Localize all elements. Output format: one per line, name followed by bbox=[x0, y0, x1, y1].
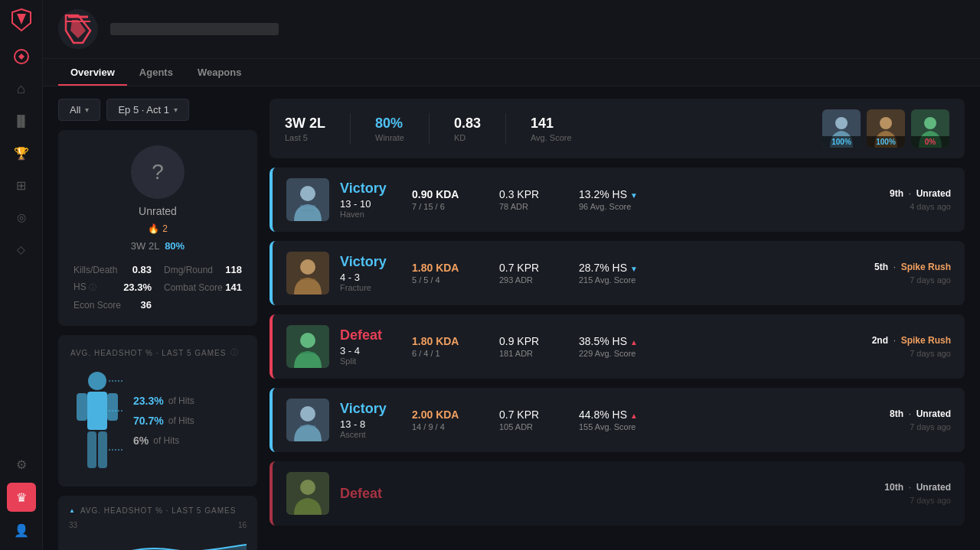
episode-filter[interactable]: Ep 5 · Act 1 ▾ bbox=[106, 99, 189, 121]
match-adr-3: 181 ADR bbox=[499, 349, 568, 358]
match-kda-value-2: 1.80 KDA bbox=[412, 262, 488, 274]
match-hs-3: 38.5% HS ▲ 229 Avg. Score bbox=[579, 335, 655, 358]
collection-icon[interactable]: ◇ bbox=[8, 236, 35, 263]
content-area: All ▾ Ep 5 · Act 1 ▾ ? Unrated 🔥 2 3W 2L bbox=[43, 86, 980, 550]
match-card-5[interactable]: Defeat 10th · Unrated 7 days ago bbox=[270, 461, 965, 526]
match-map-2: Fracture bbox=[340, 283, 401, 292]
combat-score-stat: Combat Score 141 bbox=[164, 282, 242, 293]
svg-rect-6 bbox=[77, 393, 87, 421]
match-kpr-value-1: 0.3 KPR bbox=[499, 188, 568, 200]
match-time-4: 7 days ago bbox=[859, 422, 951, 431]
summary-kd: 0.83 KD bbox=[454, 116, 481, 142]
svg-point-33 bbox=[300, 480, 315, 495]
match-card-1[interactable]: Victory 13 - 10 Haven 0.90 KDA 7 / 15 / … bbox=[270, 168, 965, 232]
agent-thumb-2: 100% bbox=[867, 109, 905, 148]
match-kda-value-4: 2.00 KDA bbox=[412, 408, 488, 421]
match-rank-1: 9th · Unrated bbox=[859, 188, 951, 199]
match-map-4: Ascent bbox=[340, 430, 401, 439]
summary-agents: 100% 100% bbox=[822, 109, 949, 148]
match-agent-3 bbox=[286, 325, 329, 368]
match-kpr-value-3: 0.9 KPR bbox=[499, 335, 568, 347]
rank-card: ? Unrated 🔥 2 3W 2L 80% Kills/Death 0.83 bbox=[58, 130, 257, 326]
match-result-5: Defeat bbox=[340, 486, 401, 502]
match-result-col-5: Defeat bbox=[340, 486, 401, 502]
match-card-3[interactable]: Defeat 3 - 4 Split 1.80 KDA 6 / 4 / 1 0.… bbox=[270, 314, 965, 379]
match-meta-5: 10th · Unrated 7 days ago bbox=[859, 482, 951, 505]
match-kda-3: 1.80 KDA 6 / 4 / 1 bbox=[412, 335, 488, 358]
match-kda-detail-2: 5 / 5 / 4 bbox=[412, 275, 488, 285]
match-kpr-3: 0.9 KPR 181 ADR bbox=[499, 335, 568, 358]
trend-title: ▲ AVG. HEADSHOT % · LAST 5 GAMES bbox=[69, 506, 247, 515]
match-map-3: Split bbox=[340, 356, 401, 366]
svg-rect-8 bbox=[87, 431, 96, 468]
headshot-card: AVG. HEADSHOT % · LAST 5 GAMES ⓘ bbox=[58, 335, 257, 487]
match-meta-2: 5th · Spike Rush 7 days ago bbox=[859, 262, 951, 285]
match-history-icon[interactable]: ⊞ bbox=[8, 171, 35, 199]
match-agent-1 bbox=[286, 178, 329, 221]
svg-rect-5 bbox=[87, 392, 107, 430]
match-hs-value-2: 28.7% HS ▼ bbox=[579, 262, 655, 274]
hs-arrow-down-2: ▼ bbox=[630, 265, 638, 273]
match-meta-1: 9th · Unrated 4 days ago bbox=[859, 188, 951, 211]
match-kda-detail-1: 7 / 15 / 6 bbox=[412, 202, 488, 211]
headshot-stats: 23.3% of Hits 70.7% of Hits 6% of Hits bbox=[133, 395, 194, 447]
agent-thumb-3: 0% bbox=[911, 109, 949, 148]
tab-agents[interactable]: Agents bbox=[127, 59, 185, 86]
trend-card: ▲ AVG. HEADSHOT % · LAST 5 GAMES 33 16 bbox=[58, 496, 257, 550]
head-hit-stat: 23.3% of Hits bbox=[133, 395, 194, 407]
match-kda-4: 2.00 KDA 14 / 9 / 4 bbox=[412, 408, 488, 431]
match-result-2: Victory bbox=[340, 254, 401, 270]
match-time-5: 7 days ago bbox=[859, 496, 951, 505]
svg-point-30 bbox=[300, 406, 315, 421]
body-figure bbox=[70, 367, 124, 474]
match-score-1: 13 - 10 bbox=[340, 198, 401, 210]
match-hs-2: 28.7% HS ▼ 215 Avg. Score bbox=[579, 262, 655, 285]
match-meta-3: 2nd · Spike Rush 7 days ago bbox=[859, 335, 951, 358]
match-result-col-1: Victory 13 - 10 Haven bbox=[340, 181, 401, 219]
tab-overview[interactable]: Overview bbox=[58, 59, 127, 86]
match-result-col-4: Victory 13 - 8 Ascent bbox=[340, 401, 401, 439]
match-avg-3: 229 Avg. Score bbox=[579, 349, 655, 358]
riot-logo-icon[interactable] bbox=[8, 43, 35, 70]
agent-pct-3: 0% bbox=[911, 136, 949, 148]
settings-icon[interactable]: ⚙ bbox=[8, 451, 35, 478]
home-icon[interactable]: ⌂ bbox=[8, 75, 35, 103]
rank-badge: 🔥 2 bbox=[148, 223, 168, 234]
match-adr-4: 105 ADR bbox=[499, 422, 568, 431]
match-adr-2: 293 ADR bbox=[499, 275, 568, 285]
svg-point-16 bbox=[880, 117, 892, 129]
valorant-logo-icon[interactable] bbox=[8, 6, 35, 34]
trophy-icon[interactable]: 🏆 bbox=[8, 139, 35, 167]
hs-stat: HS ⓘ 23.3% bbox=[74, 282, 152, 293]
premium-icon[interactable]: ♛ bbox=[7, 483, 36, 512]
map-icon[interactable]: ◎ bbox=[8, 203, 35, 231]
match-hs-value-4: 44.8% HS ▲ bbox=[579, 408, 655, 421]
match-hs-value-3: 38.5% HS ▲ bbox=[579, 335, 655, 347]
svg-point-27 bbox=[300, 333, 315, 348]
summary-record: 3W 2L Last 5 bbox=[285, 116, 325, 142]
tab-weapons[interactable]: Weapons bbox=[185, 59, 254, 86]
match-meta-4: 8th · Unrated 7 days ago bbox=[859, 408, 951, 431]
mode-filter[interactable]: All ▾ bbox=[58, 99, 100, 121]
match-rank-4: 8th · Unrated bbox=[859, 408, 951, 419]
profile-icon[interactable]: 👤 bbox=[8, 516, 35, 544]
match-time-3: 7 days ago bbox=[859, 349, 951, 358]
match-avg-2: 215 Avg. Score bbox=[579, 275, 655, 285]
trend-chart bbox=[69, 531, 247, 550]
svg-point-14 bbox=[835, 117, 848, 129]
agent-pct-1: 100% bbox=[822, 136, 861, 148]
match-card-4[interactable]: Victory 13 - 8 Ascent 2.00 KDA 14 / 9 / … bbox=[270, 388, 965, 452]
match-result-col-2: Victory 4 - 3 Fracture bbox=[340, 254, 401, 292]
match-result-3: Defeat bbox=[340, 327, 401, 343]
chevron-down-icon: ▾ bbox=[85, 106, 89, 114]
summary-bar: 3W 2L Last 5 80% Winrate 0.83 KD 141 Avg… bbox=[270, 99, 965, 158]
summary-winrate: 80% Winrate bbox=[375, 116, 404, 142]
match-card-2[interactable]: Victory 4 - 3 Fracture 1.80 KDA 5 / 5 / … bbox=[270, 241, 965, 305]
match-kpr-value-2: 0.7 KPR bbox=[499, 262, 568, 274]
header-name bbox=[110, 23, 279, 35]
stats-icon[interactable]: ▐▌ bbox=[8, 107, 35, 135]
dmg-stat: Dmg/Round 118 bbox=[164, 264, 242, 275]
match-avg-4: 155 Avg. Score bbox=[579, 422, 655, 431]
svg-rect-7 bbox=[107, 393, 118, 421]
info-icon: ⓘ bbox=[230, 347, 239, 358]
